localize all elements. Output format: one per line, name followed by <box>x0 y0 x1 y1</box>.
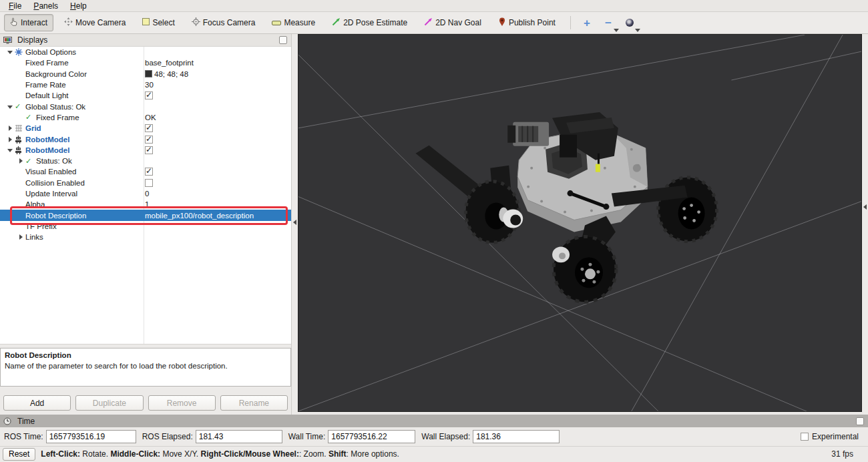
measure-tool[interactable]: Measure <box>266 14 321 31</box>
tree-row-tf-prefix[interactable]: TF Prefix <box>0 221 291 232</box>
float-time-panel-button[interactable] <box>856 417 864 425</box>
expand-expander-icon[interactable] <box>16 156 25 166</box>
tree-row-robot-description[interactable]: Robot Descriptionmobile_px100/robot_desc… <box>0 210 291 220</box>
collapse-expander-icon[interactable] <box>5 102 15 111</box>
tree-row-global-options[interactable]: Global Options <box>0 47 291 57</box>
tree-row-links[interactable]: Links <box>0 232 291 242</box>
tree-row-value-cell[interactable]: mobile_px100/robot_description <box>144 212 291 220</box>
interact-tool[interactable]: Interact <box>4 14 53 31</box>
checkbox-checked[interactable] <box>145 168 153 176</box>
publish-point-tool[interactable]: Publish Point <box>492 14 562 31</box>
add-tool-button[interactable]: + <box>579 15 595 31</box>
move-camera-tool[interactable]: Move Camera <box>58 14 132 31</box>
tree-row-label-cell: Update Interval <box>0 189 144 198</box>
tree-row-default-light[interactable]: Default Light <box>0 90 291 101</box>
tree-row-frame-rate[interactable]: Frame Rate30 <box>0 79 291 90</box>
tree-row-value-cell[interactable]: 30 <box>144 81 291 89</box>
wall-elapsed-input[interactable] <box>473 430 560 443</box>
menu-panels[interactable]: Panels <box>29 1 63 11</box>
tree-row-value-cell[interactable] <box>144 168 291 176</box>
experimental-label: Experimental <box>812 432 859 441</box>
checkbox-checked[interactable] <box>145 124 153 132</box>
tree-row-value-cell[interactable] <box>144 136 291 144</box>
tree-row-value-cell[interactable] <box>144 179 291 187</box>
tree-row-status-ok[interactable]: ✓Status: Ok <box>0 156 291 166</box>
wall-time-input[interactable] <box>328 430 415 443</box>
tree-row-text: Update Interval <box>25 190 77 198</box>
collapse-left-panel-icon[interactable] <box>293 220 296 225</box>
expander-spacer <box>16 189 25 198</box>
tree-row-background-color[interactable]: Background Color48; 48; 48 <box>0 69 291 79</box>
add-button[interactable]: Add <box>3 395 71 411</box>
rename-button[interactable]: Rename <box>220 395 288 411</box>
menu-help[interactable]: Help <box>65 1 91 11</box>
tree-row-alpha[interactable]: Alpha1 <box>0 199 291 210</box>
tree-row-text: RobotModel <box>25 136 69 144</box>
experimental-group: Experimental <box>801 432 859 441</box>
nav-goal-tool[interactable]: 2D Nav Goal <box>418 14 487 31</box>
tree-row-text: Alpha <box>25 200 45 208</box>
tree-row-robotmodel[interactable]: RobotModel <box>0 145 291 156</box>
expand-expander-icon[interactable] <box>5 135 15 144</box>
tree-row-value-cell[interactable]: 0 <box>144 190 291 198</box>
gear-icon <box>15 48 25 57</box>
tree-row-value-cell[interactable] <box>144 124 291 132</box>
ros-elapsed-input[interactable] <box>196 430 282 443</box>
tool-label: Move Camera <box>75 18 126 27</box>
reset-button[interactable]: Reset <box>3 448 35 461</box>
panel-splitter[interactable] <box>292 34 298 415</box>
checkbox-checked[interactable] <box>145 91 153 99</box>
dropdown-caret-icon[interactable] <box>635 29 640 32</box>
ros-elapsed-field-group: ROS Elapsed: <box>142 430 282 443</box>
time-panel-title: Time <box>17 417 35 426</box>
tree-row-value-cell[interactable] <box>144 146 291 154</box>
expander-spacer <box>16 200 25 209</box>
checkbox-checked[interactable] <box>145 146 153 154</box>
duplicate-button[interactable]: Duplicate <box>75 395 143 411</box>
ros-time-input[interactable] <box>46 430 136 443</box>
displays-panel-header[interactable]: Displays <box>0 34 291 47</box>
tree-row-fixed-frame[interactable]: ✓Fixed FrameOK <box>0 112 291 123</box>
tree-row-robotmodel[interactable]: RobotModel <box>0 134 291 144</box>
tree-row-update-interval[interactable]: Update Interval0 <box>0 188 291 199</box>
checkbox-unchecked[interactable] <box>145 179 153 187</box>
focus-camera-tool[interactable]: Focus Camera <box>186 14 262 31</box>
remove-tool-button[interactable]: − <box>600 15 616 31</box>
3d-viewport[interactable] <box>298 34 862 412</box>
select-tool[interactable]: Select <box>136 14 180 31</box>
collapse-expander-icon[interactable] <box>5 146 15 155</box>
experimental-checkbox[interactable] <box>801 433 809 441</box>
expand-expander-icon[interactable] <box>16 232 25 242</box>
robot-icon <box>15 146 25 154</box>
right-panel-strip[interactable] <box>862 34 868 415</box>
tree-row-collision-enabled[interactable]: Collision Enabled <box>0 178 291 188</box>
tree-row-value-cell[interactable]: 1 <box>144 200 291 208</box>
expand-expander-icon[interactable] <box>5 124 15 133</box>
tree-row-value-cell[interactable] <box>144 91 291 99</box>
pose-estimate-tool[interactable]: 2D Pose Estimate <box>326 14 413 31</box>
tool-label: Focus Camera <box>203 18 256 27</box>
menu-bar: FilePanelsHelp <box>0 0 868 12</box>
camera-options-button[interactable] <box>622 15 638 31</box>
menu-file[interactable]: File <box>4 1 26 11</box>
tree-row-visual-enabled[interactable]: Visual Enabled <box>0 166 291 177</box>
float-panel-button[interactable] <box>279 36 287 44</box>
checkbox-checked[interactable] <box>145 136 153 144</box>
tree-row-value-cell[interactable]: OK <box>144 113 291 122</box>
expander-spacer <box>16 69 25 79</box>
collapse-right-panel-icon[interactable] <box>863 204 867 210</box>
time-panel-header[interactable]: Time <box>0 415 868 427</box>
tree-row-text: Frame Rate <box>25 81 66 89</box>
dropdown-caret-icon[interactable] <box>614 29 619 32</box>
color-swatch[interactable] <box>145 70 152 77</box>
remove-button[interactable]: Remove <box>148 395 216 411</box>
mouse-help-segment: Move X/Y. <box>160 449 200 459</box>
tree-row-global-status-ok[interactable]: ✓Global Status: Ok <box>0 101 291 111</box>
tree-row-value-cell[interactable]: base_footprint <box>144 59 291 67</box>
tree-row-value-cell[interactable]: 48; 48; 48 <box>144 70 291 78</box>
tree-row-fixed-frame[interactable]: Fixed Framebase_footprint <box>0 57 291 68</box>
tree-row-label-cell: Default Light <box>0 91 144 100</box>
tree-row-grid[interactable]: Grid <box>0 123 291 134</box>
green-arrow-icon <box>332 17 341 28</box>
collapse-expander-icon[interactable] <box>5 47 15 57</box>
